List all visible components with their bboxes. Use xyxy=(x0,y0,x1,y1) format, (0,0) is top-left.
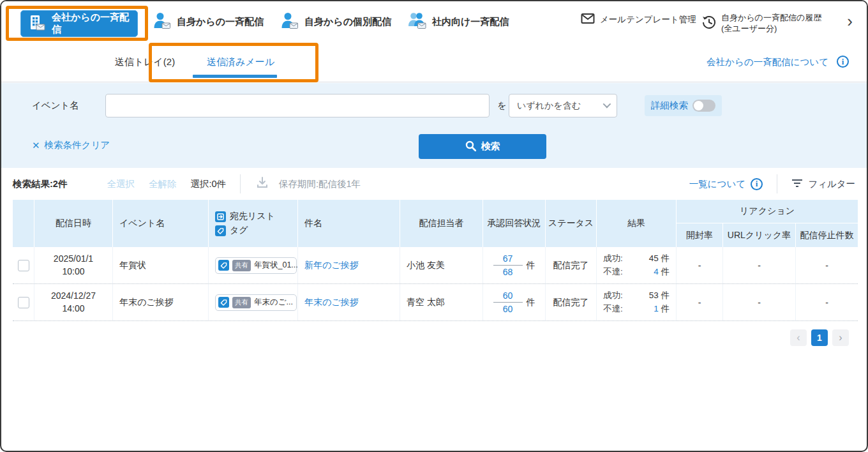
event-name-input[interactable] xyxy=(105,94,490,117)
cell-staff: 青空 太郎 xyxy=(400,284,483,320)
header-click-rate: URLクリック率 xyxy=(723,223,796,247)
cell-result: 成功: 53 件 不達: 1 件 xyxy=(597,284,677,320)
clear-search-conditions-link[interactable]: ✕ 検索条件クリア xyxy=(32,139,110,151)
cell-approval: 60 60 件 xyxy=(483,284,546,320)
approval-approved-link[interactable]: 60 xyxy=(493,290,523,303)
nav-self-broadcast-label: 自身からの一斉配信 xyxy=(177,16,264,28)
select-all-button[interactable]: 全選択 xyxy=(107,178,135,190)
approval-total-link[interactable]: 68 xyxy=(503,266,513,277)
nav-company-broadcast-label: 会社からの一斉配信 xyxy=(52,11,131,36)
particle-label: を xyxy=(497,100,507,112)
advanced-search-toggle[interactable] xyxy=(692,100,715,112)
nav-template-management-label: メールテンプレート管理 xyxy=(600,14,696,26)
tag-chip[interactable]: 共有 年賀状_01... xyxy=(215,257,297,274)
header-result: 結果 xyxy=(597,200,677,247)
nav-scroll-right-chevron-icon[interactable]: › xyxy=(847,11,853,31)
pagination-prev-button[interactable]: ‹ xyxy=(790,329,807,346)
cell-click-rate: - xyxy=(723,247,796,283)
deselect-all-button[interactable]: 全解除 xyxy=(149,178,177,190)
event-name-label: イベント名 xyxy=(32,100,79,112)
pagination-page-1[interactable]: 1 xyxy=(811,329,828,346)
download-icon[interactable] xyxy=(256,176,269,192)
row-checkbox[interactable] xyxy=(18,260,29,271)
selected-count: 選択:0件 xyxy=(190,178,226,190)
search-row: イベント名 を いずれかを含む 詳細検索 xyxy=(1,94,867,118)
history-clock-icon xyxy=(702,15,716,31)
retention-period-label: 保存期間:配信後1年 xyxy=(279,178,361,190)
top-navigation: 会社からの一斉配信 自身からの一斉配信 xyxy=(1,1,867,42)
cell-unsub: - xyxy=(796,284,858,320)
recipient-list-icon xyxy=(215,211,226,222)
shared-badge: 共有 xyxy=(232,297,251,308)
table-row: 2025/01/110:00 年賀状 共有 年賀状_01... 新年のご挨拶 小… xyxy=(13,247,858,284)
info-icon[interactable]: i xyxy=(837,56,849,68)
nav-internal-broadcast-label: 社内向け一斉配信 xyxy=(432,16,509,28)
app-window: 会社からの一斉配信 自身からの一斉配信 xyxy=(0,0,868,452)
shared-badge: 共有 xyxy=(232,260,251,271)
cell-result: 成功: 45 件 不達: 4 件 xyxy=(597,247,677,283)
toolbar-right: 一覧について i フィルター xyxy=(689,174,855,193)
cell-tags: 共有 年賀状_01... xyxy=(209,247,298,283)
subject-link[interactable]: 年末のご挨拶 xyxy=(304,297,359,308)
toolbar-divider xyxy=(240,174,241,193)
cell-click-rate: - xyxy=(723,284,796,320)
search-panel: イベント名 を いずれかを含む 詳細検索 ✕ 検索条件クリア 検索 xyxy=(1,83,867,168)
header-open-rate: 開封率 xyxy=(677,223,723,247)
filter-button[interactable]: フィルター xyxy=(791,178,855,190)
approval-total-link[interactable]: 60 xyxy=(503,303,513,314)
header-date: 配信日時 xyxy=(34,200,113,247)
subject-link[interactable]: 新年のご挨拶 xyxy=(304,260,359,271)
nav-self-broadcast[interactable]: 自身からの一斉配信 xyxy=(153,9,264,34)
nav-internal-broadcast[interactable]: 社内向け一斉配信 xyxy=(408,9,509,34)
cell-event: 年末のご挨拶 xyxy=(113,284,209,320)
pagination: ‹ 1 › xyxy=(790,329,849,346)
nav-company-broadcast[interactable]: 会社からの一斉配信 xyxy=(20,10,138,37)
approval-approved-link[interactable]: 67 xyxy=(493,253,523,266)
nav-self-individual-label: 自身からの個別配信 xyxy=(304,16,391,28)
filter-icon xyxy=(791,179,803,190)
result-count: 検索結果:2件 xyxy=(13,178,67,190)
tag-icon xyxy=(218,260,229,271)
advanced-search-label: 詳細検索 xyxy=(651,100,688,112)
sent-mail-table: 配信日時 イベント名 宛先リスト xyxy=(13,200,858,321)
company-building-mail-icon xyxy=(27,13,47,34)
search-button[interactable]: 検索 xyxy=(419,134,546,159)
header-event: イベント名 xyxy=(113,200,209,247)
row-checkbox[interactable] xyxy=(18,297,29,308)
person-mail-icon xyxy=(153,11,172,33)
header-approval: 承認回答状況 xyxy=(483,200,546,247)
cell-date: 2025/01/110:00 xyxy=(34,247,113,283)
cell-tags: 共有 年末のご... xyxy=(209,284,298,320)
nav-broadcast-history-label: 自身からの一斉配信の履歴 (全ユーザー分) xyxy=(721,13,821,34)
tab-outbox[interactable]: 送信トレイ(2) xyxy=(97,42,193,82)
info-icon: i xyxy=(751,178,763,190)
cell-status: 配信完了 xyxy=(546,247,597,283)
table-row: 2024/12/2714:00 年末のご挨拶 共有 年末のご... 年末のご挨拶… xyxy=(13,284,858,321)
fail-count-link[interactable]: 4 xyxy=(654,267,659,276)
pagination-next-button[interactable]: › xyxy=(832,329,849,346)
nav-broadcast-history[interactable]: 自身からの一斉配信の履歴 (全ユーザー分) xyxy=(702,13,821,34)
advanced-search-toggle-group[interactable]: 詳細検索 xyxy=(645,95,722,116)
match-condition-select[interactable]: いずれかを含む xyxy=(509,94,617,117)
search-icon xyxy=(465,140,476,153)
nav-self-individual[interactable]: 自身からの個別配信 xyxy=(280,9,391,34)
header-reaction-group: リアクション 開封率 URLクリック率 配信停止件数 xyxy=(677,200,858,247)
header-checkbox-cell xyxy=(13,200,34,247)
chevron-down-icon xyxy=(603,100,611,109)
results-toolbar: 検索結果:2件 全選択 全解除 選択:0件 保存期間:配信後1年 一覧について … xyxy=(1,168,867,200)
header-unsub-count: 配信停止件数 xyxy=(796,223,858,247)
about-company-broadcast-link[interactable]: 会社からの一斉配信について xyxy=(707,42,828,82)
fail-count-link[interactable]: 1 xyxy=(654,304,659,313)
cell-approval: 67 68 件 xyxy=(483,247,546,283)
header-status: ステータス xyxy=(546,200,597,247)
nav-template-management[interactable]: メールテンプレート管理 xyxy=(581,13,696,26)
toolbar-divider xyxy=(777,174,777,193)
tag-chip[interactable]: 共有 年末のご... xyxy=(215,294,297,311)
cell-open-rate: - xyxy=(677,284,723,320)
about-list-link[interactable]: 一覧について i xyxy=(689,178,763,190)
group-mail-icon xyxy=(408,11,427,33)
toolbar-left: 検索結果:2件 全選択 全解除 選択:0件 保存期間:配信後1年 xyxy=(13,174,361,193)
cell-unsub: - xyxy=(796,247,858,283)
tag-icon xyxy=(215,225,226,236)
cell-open-rate: - xyxy=(677,247,723,283)
